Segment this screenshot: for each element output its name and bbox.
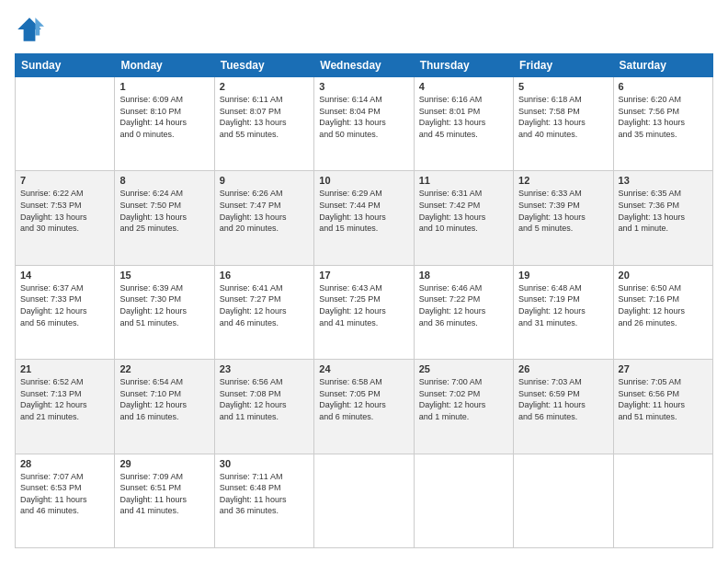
calendar-cell: 10Sunrise: 6:29 AM Sunset: 7:44 PM Dayli… bbox=[314, 171, 414, 265]
calendar-cell: 14Sunrise: 6:37 AM Sunset: 7:33 PM Dayli… bbox=[16, 265, 115, 359]
day-info: Sunrise: 7:03 AM Sunset: 6:59 PM Dayligh… bbox=[518, 376, 608, 422]
day-number: 27 bbox=[619, 363, 708, 374]
calendar-cell: 1Sunrise: 6:09 AM Sunset: 8:10 PM Daylig… bbox=[115, 77, 214, 171]
day-number: 25 bbox=[419, 363, 508, 374]
calendar-cell: 29Sunrise: 7:09 AM Sunset: 6:51 PM Dayli… bbox=[115, 454, 214, 547]
day-info: Sunrise: 6:29 AM Sunset: 7:44 PM Dayligh… bbox=[319, 188, 408, 234]
calendar-cell: 24Sunrise: 6:58 AM Sunset: 7:05 PM Dayli… bbox=[314, 360, 414, 454]
day-info: Sunrise: 6:54 AM Sunset: 7:10 PM Dayligh… bbox=[119, 376, 209, 422]
day-number: 8 bbox=[119, 175, 209, 186]
calendar-cell: 15Sunrise: 6:39 AM Sunset: 7:30 PM Dayli… bbox=[115, 265, 214, 359]
calendar-week-row: 28Sunrise: 7:07 AM Sunset: 6:53 PM Dayli… bbox=[16, 454, 713, 547]
day-info: Sunrise: 7:05 AM Sunset: 6:56 PM Dayligh… bbox=[619, 376, 708, 422]
day-number: 6 bbox=[619, 81, 708, 92]
weekday-header-tuesday: Tuesday bbox=[214, 54, 313, 77]
day-number: 7 bbox=[20, 175, 109, 186]
day-number: 22 bbox=[119, 363, 209, 374]
day-number: 26 bbox=[518, 363, 608, 374]
weekday-header-friday: Friday bbox=[514, 54, 613, 77]
weekday-header-thursday: Thursday bbox=[414, 54, 513, 77]
calendar-cell: 8Sunrise: 6:24 AM Sunset: 7:50 PM Daylig… bbox=[115, 171, 214, 265]
calendar-cell: 26Sunrise: 7:03 AM Sunset: 6:59 PM Dayli… bbox=[514, 360, 613, 454]
day-number: 3 bbox=[319, 81, 408, 92]
day-info: Sunrise: 6:09 AM Sunset: 8:10 PM Dayligh… bbox=[119, 94, 209, 140]
day-number: 28 bbox=[20, 458, 109, 469]
logo bbox=[15, 15, 48, 44]
day-info: Sunrise: 6:39 AM Sunset: 7:30 PM Dayligh… bbox=[119, 282, 209, 328]
calendar-cell: 7Sunrise: 6:22 AM Sunset: 7:53 PM Daylig… bbox=[16, 171, 115, 265]
day-number: 23 bbox=[220, 363, 309, 374]
calendar-cell: 2Sunrise: 6:11 AM Sunset: 8:07 PM Daylig… bbox=[214, 77, 313, 171]
calendar-cell: 13Sunrise: 6:35 AM Sunset: 7:36 PM Dayli… bbox=[613, 171, 712, 265]
day-info: Sunrise: 7:07 AM Sunset: 6:53 PM Dayligh… bbox=[20, 471, 109, 517]
weekday-header-saturday: Saturday bbox=[613, 54, 712, 77]
day-info: Sunrise: 6:52 AM Sunset: 7:13 PM Dayligh… bbox=[20, 376, 109, 422]
calendar-cell: 17Sunrise: 6:43 AM Sunset: 7:25 PM Dayli… bbox=[314, 265, 414, 359]
day-number: 10 bbox=[319, 175, 408, 186]
day-info: Sunrise: 6:37 AM Sunset: 7:33 PM Dayligh… bbox=[20, 282, 109, 328]
day-info: Sunrise: 7:00 AM Sunset: 7:02 PM Dayligh… bbox=[419, 376, 508, 422]
calendar-week-row: 21Sunrise: 6:52 AM Sunset: 7:13 PM Dayli… bbox=[16, 360, 713, 454]
day-number: 29 bbox=[119, 458, 209, 469]
calendar-cell: 20Sunrise: 6:50 AM Sunset: 7:16 PM Dayli… bbox=[613, 265, 712, 359]
day-number: 1 bbox=[119, 81, 209, 92]
day-number: 24 bbox=[319, 363, 408, 374]
day-info: Sunrise: 6:43 AM Sunset: 7:25 PM Dayligh… bbox=[319, 282, 408, 328]
day-info: Sunrise: 6:35 AM Sunset: 7:36 PM Dayligh… bbox=[619, 188, 708, 234]
weekday-header-sunday: Sunday bbox=[16, 54, 115, 77]
day-number: 9 bbox=[220, 175, 309, 186]
calendar-cell bbox=[16, 77, 115, 171]
calendar-cell bbox=[514, 454, 613, 547]
day-info: Sunrise: 6:56 AM Sunset: 7:08 PM Dayligh… bbox=[220, 376, 309, 422]
calendar-week-row: 1Sunrise: 6:09 AM Sunset: 8:10 PM Daylig… bbox=[16, 77, 713, 171]
calendar-cell: 30Sunrise: 7:11 AM Sunset: 6:48 PM Dayli… bbox=[214, 454, 313, 547]
day-number: 18 bbox=[419, 270, 508, 281]
day-info: Sunrise: 6:22 AM Sunset: 7:53 PM Dayligh… bbox=[20, 188, 109, 234]
day-number: 21 bbox=[20, 363, 109, 374]
day-info: Sunrise: 6:33 AM Sunset: 7:39 PM Dayligh… bbox=[518, 188, 608, 234]
calendar-cell bbox=[314, 454, 414, 547]
day-info: Sunrise: 6:50 AM Sunset: 7:16 PM Dayligh… bbox=[619, 282, 708, 328]
calendar-cell: 4Sunrise: 6:16 AM Sunset: 8:01 PM Daylig… bbox=[414, 77, 513, 171]
calendar-cell: 18Sunrise: 6:46 AM Sunset: 7:22 PM Dayli… bbox=[414, 265, 513, 359]
calendar-cell: 3Sunrise: 6:14 AM Sunset: 8:04 PM Daylig… bbox=[314, 77, 414, 171]
day-number: 16 bbox=[220, 270, 309, 281]
calendar-table: SundayMondayTuesdayWednesdayThursdayFrid… bbox=[15, 53, 713, 548]
weekday-header-row: SundayMondayTuesdayWednesdayThursdayFrid… bbox=[16, 54, 713, 77]
header bbox=[15, 15, 713, 44]
day-number: 11 bbox=[419, 175, 508, 186]
day-info: Sunrise: 6:58 AM Sunset: 7:05 PM Dayligh… bbox=[319, 376, 408, 422]
calendar-cell: 27Sunrise: 7:05 AM Sunset: 6:56 PM Dayli… bbox=[613, 360, 712, 454]
day-number: 13 bbox=[619, 175, 708, 186]
day-info: Sunrise: 6:31 AM Sunset: 7:42 PM Dayligh… bbox=[419, 188, 508, 234]
calendar-week-row: 7Sunrise: 6:22 AM Sunset: 7:53 PM Daylig… bbox=[16, 171, 713, 265]
day-info: Sunrise: 6:41 AM Sunset: 7:27 PM Dayligh… bbox=[220, 282, 309, 328]
logo-icon bbox=[15, 15, 44, 44]
calendar-week-row: 14Sunrise: 6:37 AM Sunset: 7:33 PM Dayli… bbox=[16, 265, 713, 359]
svg-marker-1 bbox=[35, 17, 44, 35]
calendar-cell: 21Sunrise: 6:52 AM Sunset: 7:13 PM Dayli… bbox=[16, 360, 115, 454]
day-info: Sunrise: 6:16 AM Sunset: 8:01 PM Dayligh… bbox=[419, 94, 508, 140]
day-number: 5 bbox=[518, 81, 608, 92]
day-info: Sunrise: 6:11 AM Sunset: 8:07 PM Dayligh… bbox=[220, 94, 309, 140]
weekday-header-wednesday: Wednesday bbox=[314, 54, 414, 77]
calendar-cell: 16Sunrise: 6:41 AM Sunset: 7:27 PM Dayli… bbox=[214, 265, 313, 359]
calendar-cell: 25Sunrise: 7:00 AM Sunset: 7:02 PM Dayli… bbox=[414, 360, 513, 454]
calendar-cell: 19Sunrise: 6:48 AM Sunset: 7:19 PM Dayli… bbox=[514, 265, 613, 359]
calendar-cell bbox=[613, 454, 712, 547]
day-info: Sunrise: 6:48 AM Sunset: 7:19 PM Dayligh… bbox=[518, 282, 608, 328]
day-info: Sunrise: 7:09 AM Sunset: 6:51 PM Dayligh… bbox=[119, 471, 209, 517]
day-number: 30 bbox=[220, 458, 309, 469]
weekday-header-monday: Monday bbox=[115, 54, 214, 77]
day-number: 12 bbox=[518, 175, 608, 186]
calendar-cell: 22Sunrise: 6:54 AM Sunset: 7:10 PM Dayli… bbox=[115, 360, 214, 454]
calendar-cell: 6Sunrise: 6:20 AM Sunset: 7:56 PM Daylig… bbox=[613, 77, 712, 171]
page: SundayMondayTuesdayWednesdayThursdayFrid… bbox=[0, 0, 728, 563]
day-number: 4 bbox=[419, 81, 508, 92]
calendar-cell: 5Sunrise: 6:18 AM Sunset: 7:58 PM Daylig… bbox=[514, 77, 613, 171]
day-info: Sunrise: 6:18 AM Sunset: 7:58 PM Dayligh… bbox=[518, 94, 608, 140]
day-number: 2 bbox=[220, 81, 309, 92]
day-info: Sunrise: 6:46 AM Sunset: 7:22 PM Dayligh… bbox=[419, 282, 508, 328]
calendar-cell: 12Sunrise: 6:33 AM Sunset: 7:39 PM Dayli… bbox=[514, 171, 613, 265]
day-number: 19 bbox=[518, 270, 608, 281]
